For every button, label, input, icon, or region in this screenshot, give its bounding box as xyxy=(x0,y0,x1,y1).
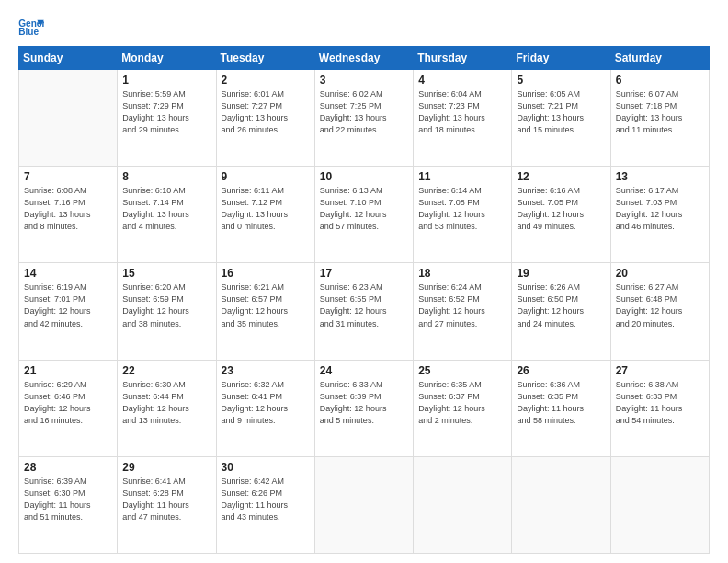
day-number: 6 xyxy=(616,74,704,86)
day-info: Sunrise: 6:32 AM Sunset: 6:41 PM Dayligh… xyxy=(222,379,310,427)
calendar-cell: 28Sunrise: 6:39 AM Sunset: 6:30 PM Dayli… xyxy=(19,456,118,553)
day-number: 3 xyxy=(320,74,408,86)
day-number: 12 xyxy=(517,170,605,183)
calendar-cell: 20Sunrise: 6:27 AM Sunset: 6:48 PM Dayli… xyxy=(610,263,709,360)
header: General Blue xyxy=(18,17,710,37)
calendar-cell: 15Sunrise: 6:20 AM Sunset: 6:59 PM Dayli… xyxy=(118,263,216,360)
day-info: Sunrise: 6:41 AM Sunset: 6:28 PM Dayligh… xyxy=(122,476,210,523)
day-info: Sunrise: 6:16 AM Sunset: 7:05 PM Dayligh… xyxy=(517,185,605,233)
day-info: Sunrise: 6:04 AM Sunset: 7:23 PM Dayligh… xyxy=(418,88,506,136)
calendar-cell xyxy=(610,456,709,553)
day-info: Sunrise: 6:23 AM Sunset: 6:55 PM Dayligh… xyxy=(320,282,408,329)
day-info: Sunrise: 6:27 AM Sunset: 6:48 PM Dayligh… xyxy=(616,282,704,329)
day-info: Sunrise: 6:21 AM Sunset: 6:57 PM Dayligh… xyxy=(222,282,310,329)
calendar-cell xyxy=(314,456,413,553)
day-number: 14 xyxy=(24,267,112,280)
day-info: Sunrise: 6:08 AM Sunset: 7:16 PM Dayligh… xyxy=(24,185,112,233)
day-number: 10 xyxy=(320,170,408,183)
calendar-cell: 21Sunrise: 6:29 AM Sunset: 6:46 PM Dayli… xyxy=(19,360,118,456)
calendar-cell: 30Sunrise: 6:42 AM Sunset: 6:26 PM Dayli… xyxy=(216,456,314,553)
day-info: Sunrise: 6:11 AM Sunset: 7:12 PM Dayligh… xyxy=(222,185,310,233)
day-info: Sunrise: 6:01 AM Sunset: 7:27 PM Dayligh… xyxy=(222,88,310,136)
day-number: 29 xyxy=(122,461,210,474)
calendar-cell xyxy=(512,456,610,553)
calendar-cell: 1Sunrise: 5:59 AM Sunset: 7:29 PM Daylig… xyxy=(118,70,216,167)
calendar-week-row: 28Sunrise: 6:39 AM Sunset: 6:30 PM Dayli… xyxy=(19,456,710,553)
calendar-cell: 22Sunrise: 6:30 AM Sunset: 6:44 PM Dayli… xyxy=(118,360,216,456)
calendar-cell: 10Sunrise: 6:13 AM Sunset: 7:10 PM Dayli… xyxy=(314,167,413,263)
day-number: 24 xyxy=(320,364,408,377)
day-number: 20 xyxy=(616,267,704,280)
day-number: 13 xyxy=(616,170,704,183)
day-info: Sunrise: 6:13 AM Sunset: 7:10 PM Dayligh… xyxy=(320,185,408,233)
calendar-week-row: 21Sunrise: 6:29 AM Sunset: 6:46 PM Dayli… xyxy=(19,360,710,456)
weekday-header: Friday xyxy=(512,47,610,70)
day-info: Sunrise: 6:17 AM Sunset: 7:03 PM Dayligh… xyxy=(616,185,704,233)
day-number: 19 xyxy=(517,267,605,280)
day-info: Sunrise: 6:42 AM Sunset: 6:26 PM Dayligh… xyxy=(222,476,310,523)
calendar-cell: 23Sunrise: 6:32 AM Sunset: 6:41 PM Dayli… xyxy=(216,360,314,456)
day-number: 18 xyxy=(418,267,506,280)
day-info: Sunrise: 6:24 AM Sunset: 6:52 PM Dayligh… xyxy=(418,282,506,329)
day-number: 7 xyxy=(24,170,112,183)
weekday-header: Monday xyxy=(118,47,216,70)
day-number: 25 xyxy=(418,364,506,377)
day-info: Sunrise: 6:26 AM Sunset: 6:50 PM Dayligh… xyxy=(517,282,605,329)
calendar-cell: 27Sunrise: 6:38 AM Sunset: 6:33 PM Dayli… xyxy=(610,360,709,456)
calendar-cell: 8Sunrise: 6:10 AM Sunset: 7:14 PM Daylig… xyxy=(118,167,216,263)
day-info: Sunrise: 6:30 AM Sunset: 6:44 PM Dayligh… xyxy=(122,379,210,427)
day-number: 21 xyxy=(24,364,112,377)
day-number: 9 xyxy=(222,170,310,183)
calendar-week-row: 1Sunrise: 5:59 AM Sunset: 7:29 PM Daylig… xyxy=(19,70,710,167)
day-number: 22 xyxy=(122,364,210,377)
day-info: Sunrise: 6:38 AM Sunset: 6:33 PM Dayligh… xyxy=(616,379,704,427)
day-info: Sunrise: 6:20 AM Sunset: 6:59 PM Dayligh… xyxy=(122,282,210,329)
day-info: Sunrise: 6:05 AM Sunset: 7:21 PM Dayligh… xyxy=(517,88,605,136)
day-number: 27 xyxy=(616,364,704,377)
calendar-cell xyxy=(414,456,512,553)
day-number: 1 xyxy=(122,74,210,86)
calendar-cell: 19Sunrise: 6:26 AM Sunset: 6:50 PM Dayli… xyxy=(512,263,610,360)
day-number: 30 xyxy=(222,461,310,474)
calendar-cell: 11Sunrise: 6:14 AM Sunset: 7:08 PM Dayli… xyxy=(414,167,512,263)
calendar-cell: 2Sunrise: 6:01 AM Sunset: 7:27 PM Daylig… xyxy=(216,70,314,167)
day-info: Sunrise: 5:59 AM Sunset: 7:29 PM Dayligh… xyxy=(122,88,210,136)
calendar-cell: 5Sunrise: 6:05 AM Sunset: 7:21 PM Daylig… xyxy=(512,70,610,167)
day-number: 26 xyxy=(517,364,605,377)
day-number: 11 xyxy=(418,170,506,183)
logo: General Blue xyxy=(18,17,48,37)
calendar-cell: 25Sunrise: 6:35 AM Sunset: 6:37 PM Dayli… xyxy=(414,360,512,456)
calendar-cell: 24Sunrise: 6:33 AM Sunset: 6:39 PM Dayli… xyxy=(314,360,413,456)
day-info: Sunrise: 6:29 AM Sunset: 6:46 PM Dayligh… xyxy=(24,379,112,427)
calendar-header-row: SundayMondayTuesdayWednesdayThursdayFrid… xyxy=(19,47,710,70)
weekday-header: Thursday xyxy=(414,47,512,70)
day-info: Sunrise: 6:14 AM Sunset: 7:08 PM Dayligh… xyxy=(418,185,506,233)
day-number: 2 xyxy=(222,74,310,86)
day-info: Sunrise: 6:19 AM Sunset: 7:01 PM Dayligh… xyxy=(24,282,112,329)
calendar-week-row: 14Sunrise: 6:19 AM Sunset: 7:01 PM Dayli… xyxy=(19,263,710,360)
day-number: 16 xyxy=(222,267,310,280)
svg-text:Blue: Blue xyxy=(18,27,39,37)
logo-icon: General Blue xyxy=(18,17,44,37)
calendar-cell: 26Sunrise: 6:36 AM Sunset: 6:35 PM Dayli… xyxy=(512,360,610,456)
calendar-cell: 4Sunrise: 6:04 AM Sunset: 7:23 PM Daylig… xyxy=(414,70,512,167)
calendar-cell: 6Sunrise: 6:07 AM Sunset: 7:18 PM Daylig… xyxy=(610,70,709,167)
day-info: Sunrise: 6:07 AM Sunset: 7:18 PM Dayligh… xyxy=(616,88,704,136)
calendar-cell: 29Sunrise: 6:41 AM Sunset: 6:28 PM Dayli… xyxy=(118,456,216,553)
calendar-cell: 9Sunrise: 6:11 AM Sunset: 7:12 PM Daylig… xyxy=(216,167,314,263)
day-number: 4 xyxy=(418,74,506,86)
day-number: 17 xyxy=(320,267,408,280)
calendar-cell: 3Sunrise: 6:02 AM Sunset: 7:25 PM Daylig… xyxy=(314,70,413,167)
weekday-header: Tuesday xyxy=(216,47,314,70)
calendar-cell: 16Sunrise: 6:21 AM Sunset: 6:57 PM Dayli… xyxy=(216,263,314,360)
day-number: 15 xyxy=(122,267,210,280)
day-number: 8 xyxy=(122,170,210,183)
day-info: Sunrise: 6:10 AM Sunset: 7:14 PM Dayligh… xyxy=(122,185,210,233)
calendar-cell: 12Sunrise: 6:16 AM Sunset: 7:05 PM Dayli… xyxy=(512,167,610,263)
weekday-header: Saturday xyxy=(610,47,709,70)
calendar-cell: 14Sunrise: 6:19 AM Sunset: 7:01 PM Dayli… xyxy=(19,263,118,360)
calendar-week-row: 7Sunrise: 6:08 AM Sunset: 7:16 PM Daylig… xyxy=(19,167,710,263)
calendar-table: SundayMondayTuesdayWednesdayThursdayFrid… xyxy=(18,46,710,554)
day-info: Sunrise: 6:36 AM Sunset: 6:35 PM Dayligh… xyxy=(517,379,605,427)
weekday-header: Wednesday xyxy=(314,47,413,70)
